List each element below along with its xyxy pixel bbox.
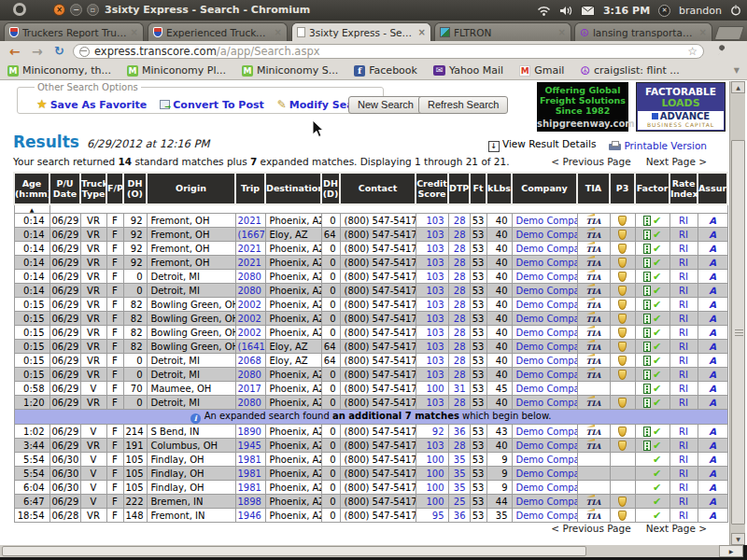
- col-origin[interactable]: Origin: [147, 173, 235, 204]
- credit-score-link[interactable]: 103: [426, 258, 444, 268]
- credit-score-link[interactable]: 103: [426, 300, 444, 310]
- company-link[interactable]: Demo Company: [516, 441, 578, 451]
- company-link[interactable]: Demo Company: [516, 244, 578, 254]
- company-link[interactable]: Demo Company: [516, 342, 578, 352]
- scroll-right-icon[interactable]: ▶: [719, 545, 743, 557]
- url-text[interactable]: express.transcore.com/a/app/Search.aspx: [94, 45, 320, 58]
- credit-score-link[interactable]: 100: [426, 469, 444, 479]
- trip-link[interactable]: 2017: [238, 384, 261, 394]
- credit-score-link[interactable]: 103: [426, 398, 444, 408]
- company-link[interactable]: Demo Company: [516, 455, 578, 465]
- assure-link[interactable]: A: [709, 328, 716, 338]
- company-link[interactable]: Demo Company: [516, 216, 578, 226]
- rate-index-link[interactable]: RI: [679, 300, 688, 310]
- tab-close-icon[interactable]: [418, 28, 426, 37]
- bookmark-miniconomy-2[interactable]: Miniconomy Pl...: [127, 64, 226, 77]
- address-bar[interactable]: express.transcore.com/a/app/Search.aspx: [73, 44, 704, 59]
- shipgreenway-ad[interactable]: Offering Global Freight Solutions Since …: [537, 82, 628, 132]
- wrench-menu-icon[interactable]: [715, 45, 728, 58]
- view-result-details[interactable]: View Result Details: [488, 138, 597, 152]
- col-destination[interactable]: Destination: [265, 173, 321, 204]
- trip-link[interactable]: 2002: [238, 328, 261, 338]
- credit-score-link[interactable]: 103: [426, 441, 444, 451]
- trip-link[interactable]: 2021: [238, 216, 261, 226]
- rate-index-link[interactable]: RI: [679, 314, 688, 324]
- previous-page-link[interactable]: < Previous Page: [551, 523, 630, 534]
- credit-score-link[interactable]: 103: [426, 272, 444, 282]
- assure-link[interactable]: A: [709, 384, 716, 394]
- rate-index-link[interactable]: RI: [679, 216, 688, 226]
- rate-index-link[interactable]: RI: [679, 511, 688, 521]
- col-klbs[interactable]: kLbs: [486, 173, 512, 204]
- bookmarks-overflow-icon[interactable]: ▼: [734, 66, 740, 75]
- assure-link[interactable]: A: [709, 286, 716, 296]
- assure-link[interactable]: A: [709, 342, 716, 352]
- trip-link[interactable]: 1981: [238, 469, 261, 479]
- assure-link[interactable]: A: [709, 216, 716, 226]
- dtp-link[interactable]: 36: [454, 511, 466, 521]
- company-link[interactable]: Demo Company: [516, 356, 578, 366]
- col-trip[interactable]: Trip: [235, 173, 265, 204]
- user-name[interactable]: brandon: [679, 5, 722, 17]
- trip-link[interactable]: 2068: [238, 356, 261, 366]
- credit-score-link[interactable]: 103: [426, 286, 444, 296]
- forward-button[interactable]: →: [32, 43, 43, 60]
- rate-index-link[interactable]: RI: [679, 370, 688, 380]
- tab-fltron[interactable]: FLTRON: [434, 22, 571, 41]
- vertical-scrollbar[interactable]: ▲ ▼: [729, 81, 745, 545]
- assure-link[interactable]: A: [709, 455, 716, 465]
- col-p3[interactable]: P3: [610, 173, 635, 204]
- rate-index-link[interactable]: RI: [679, 342, 688, 352]
- tab-3sixty-express-active[interactable]: 3sixty Express - Search: [291, 22, 431, 41]
- col-dtp[interactable]: DTP: [448, 173, 470, 204]
- credit-score-link[interactable]: 103: [426, 216, 444, 226]
- credit-score-link[interactable]: 100: [426, 384, 444, 394]
- tab-close-icon[interactable]: [275, 28, 282, 37]
- dtp-link[interactable]: 28: [454, 300, 466, 310]
- company-link[interactable]: Demo Company: [516, 272, 578, 282]
- scroll-up-icon[interactable]: ▲: [731, 81, 745, 93]
- rate-index-link[interactable]: RI: [679, 384, 688, 394]
- convert-to-post-link[interactable]: Convert To Post: [160, 99, 263, 111]
- rate-index-link[interactable]: RI: [679, 230, 688, 240]
- credit-score-link[interactable]: 103: [426, 244, 444, 254]
- trip-link[interactable]: 1890: [238, 427, 261, 437]
- new-search-button[interactable]: New Search: [348, 96, 423, 114]
- company-link[interactable]: Demo Company: [516, 328, 578, 338]
- assure-link[interactable]: A: [709, 398, 716, 408]
- trip-link[interactable]: 2080: [238, 398, 261, 408]
- assure-link[interactable]: A: [709, 483, 716, 493]
- company-link[interactable]: Demo Company: [516, 370, 578, 380]
- col-assure[interactable]: Assure: [698, 173, 727, 204]
- col-ft[interactable]: Ft: [470, 173, 486, 204]
- col-dh-d[interactable]: DH (D): [321, 173, 340, 204]
- company-link[interactable]: Demo Company: [516, 258, 578, 268]
- assure-link[interactable]: A: [709, 511, 716, 521]
- power-icon[interactable]: [730, 5, 741, 16]
- trip-link[interactable]: (1641): [238, 342, 266, 352]
- dtp-link[interactable]: 36: [454, 427, 466, 437]
- bookmark-miniconomy-3[interactable]: Miniconomy S...: [242, 64, 338, 77]
- horizontal-scrollbar-thumb[interactable]: [2, 546, 586, 556]
- rate-index-link[interactable]: RI: [679, 286, 688, 296]
- rate-index-link[interactable]: RI: [679, 258, 688, 268]
- dtp-link[interactable]: 28: [454, 230, 466, 240]
- assure-link[interactable]: A: [709, 441, 716, 451]
- assure-link[interactable]: A: [709, 230, 716, 240]
- credit-score-link[interactable]: 103: [426, 356, 444, 366]
- trip-link[interactable]: 2021: [238, 258, 261, 268]
- tab-experienced-truckers[interactable]: Experienced Truckers' Ad: [148, 22, 288, 41]
- new-tab-button[interactable]: [714, 26, 745, 40]
- credit-score-link[interactable]: 103: [426, 342, 444, 352]
- dtp-link[interactable]: 28: [454, 370, 466, 380]
- rate-index-link[interactable]: RI: [679, 441, 688, 451]
- factorable-loads-ad[interactable]: FACTORABLE LOADS ADVANCE BUSINESS CAPITA…: [636, 82, 726, 132]
- scroll-down-icon[interactable]: ▼: [731, 533, 745, 545]
- trip-link[interactable]: 2002: [238, 314, 261, 324]
- refresh-search-button[interactable]: Refresh Search: [418, 96, 508, 114]
- col-contact[interactable]: Contact: [340, 173, 416, 204]
- credit-score-link[interactable]: 95: [432, 511, 444, 521]
- clock[interactable]: 3:16 PM: [603, 5, 650, 17]
- trip-link[interactable]: 2080: [238, 272, 261, 282]
- trip-link[interactable]: 2080: [238, 370, 261, 380]
